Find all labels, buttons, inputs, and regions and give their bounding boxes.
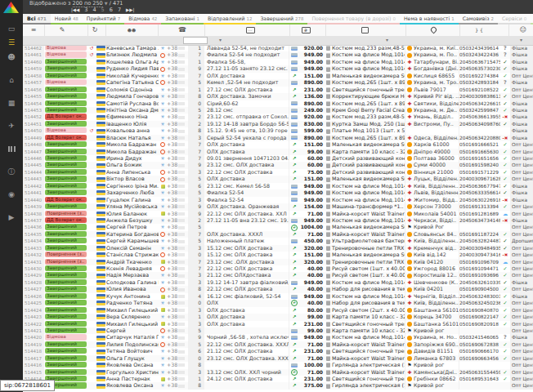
table-row[interactable]: 514416ЗавершенийЯковлева Оксана✳+388100.…: [23, 362, 533, 368]
contacts-icon[interactable]: ☻: [0, 51, 23, 64]
comment-column-icon[interactable]: ···: [242, 24, 258, 36]
history-column-icon[interactable]: ↻: [87, 24, 103, 36]
app-logo-icon[interactable]: [3, 2, 19, 13]
table-row[interactable]: 514443ЗавершенийВіктор Власов+385ОЛХ дос…: [23, 176, 533, 182]
table-row[interactable]: 514422ЗавершенийМихаил Гилецький+383ОЛХ …: [23, 321, 533, 327]
table-row[interactable]: 514413ЗавершенийЯковлева Оксана✳+388↗375…: [23, 382, 533, 389]
table-row[interactable]: 514430ЗавершенийКсенія Левадняя+38722.12…: [23, 265, 533, 272]
recall-icon: [87, 73, 96, 79]
tab-прийнятий[interactable]: Прийнятий7: [83, 14, 124, 24]
table-row[interactable]: 514458ЗавершенийНиколай Кучеренко✳+387ОЛ…: [23, 73, 533, 79]
status-column-icon[interactable]: ≡: [25, 24, 43, 36]
table-row[interactable]: 514462Відмова↺Каневська Тамара ..✳+381Ла…: [23, 45, 533, 51]
page-5-button[interactable]: 5: [101, 7, 105, 13]
watch-icon[interactable]: ◉: [0, 188, 23, 201]
table-row[interactable]: 514418ЗавершенийТетяна Войтович✳+38621.1…: [23, 348, 533, 354]
table-row[interactable]: 514421ЗавершенийСергей+38599.00Карта пам…: [23, 327, 533, 334]
manager-column-icon[interactable]: ☺: [515, 24, 531, 36]
table-row[interactable]: 514455ЗавершенийЛюдмила Гончарова✳+388ОЛ…: [23, 93, 533, 100]
page-6-button[interactable]: 6: [110, 7, 113, 13]
table-row[interactable]: 514454ЗавершенийСамотій Руслана Во..✳+38…: [23, 100, 533, 107]
table-row[interactable]: 514423ЗавершенийВера Скляренко✳+381ОЛХ д…: [23, 314, 533, 320]
page-4-button[interactable]: 4: [92, 7, 96, 13]
clients-column-icon[interactable]: ☻☻: [123, 24, 141, 36]
table-row[interactable]: 514444ЗавершенийАнна Липенська+38322.12 …: [23, 169, 533, 176]
last-page-button[interactable]: ▶▶|: [126, 7, 134, 12]
tab-всі[interactable]: Всі471: [23, 14, 51, 24]
table-row[interactable]: 514460ЗавершенийКошелева Ольга Ар..✳+381…: [23, 59, 533, 65]
chevron-down-icon[interactable]: ▼: [105, 1, 108, 6]
tab-нема-в-наявності[interactable]: Нема в наявності1: [400, 14, 459, 24]
table-row[interactable]: 514425ЗавершенийРадченко Тетяна✳+380ОЛХ₴…: [23, 300, 533, 306]
table-row[interactable]: 514428ЗавершенийСолодкова Галина В..✳+38…: [23, 279, 533, 286]
table-row[interactable]: 514451ЗавершенийІващенко Юлія✳+38219.12 …: [23, 121, 533, 127]
filter-dropdown-icon[interactable]: ▾: [386, 37, 388, 42]
table-row[interactable]: 514429ЗавершенийНадія Мерзаєва✳+38321.12…: [23, 272, 533, 278]
table-row[interactable]: 514442ЗавершенийСергіенко Іріна Ми..+386…: [23, 183, 533, 189]
page-3-button[interactable]: 3: [84, 7, 87, 13]
table-row[interactable]: 514424ЗавершенийМихаил Гилецький+383ОЛХ …: [23, 307, 533, 314]
screen-icon[interactable]: ▭: [0, 22, 23, 35]
campaigns-icon[interactable]: ✈: [0, 119, 23, 132]
table-row[interactable]: 514435ЗавершенийКатерина Богданова+387ОЛ…: [23, 231, 533, 238]
table-row[interactable]: 514457ВідмоваСапегіна Татьяна С..+385Кем…: [23, 79, 533, 86]
order-comment: ОЛХ доставка: [204, 307, 289, 314]
page-7-button[interactable]: 7: [118, 7, 121, 13]
table-row[interactable]: 514438Повернення (з..Юлия Баланюк+38922.…: [23, 211, 533, 217]
table-row[interactable]: 514453ЗавершенийНікітіна Оксана Дми..✳+3…: [23, 107, 533, 114]
table-row[interactable]: 514448ЗавершенийМикола Бадражан+387ОЛХ д…: [23, 141, 533, 148]
table-row[interactable]: 514415ЗавершенийГоргулько Христина..✳+38…: [23, 369, 533, 376]
address-column-icon[interactable]: [425, 24, 441, 36]
company-icon[interactable]: ⌂: [0, 74, 23, 87]
table-row[interactable]: 514459ЗавершенийРуденко Лидия Пав..+3892…: [23, 65, 533, 72]
table-row[interactable]: 514450Відмова↺Ковальова анна✳+38815.12. …: [23, 127, 533, 134]
tab-повернення-товару-в-дорозі-[interactable]: Повернення товару (в дорозі)0: [307, 14, 400, 24]
table-row[interactable]: 514417ЗавершенийОльга Глущук✳+38023.12 с…: [23, 355, 533, 362]
table-row[interactable]: 514434ЗавершенийСергей Карамышев✳+385Нал…: [23, 238, 533, 244]
table-row[interactable]: 514449ДД Возврат ок..Власюк Наталья✳+383…: [23, 135, 533, 141]
tab-новий[interactable]: Новий48: [51, 14, 83, 24]
table-row[interactable]: 514447ЗавершенийМикола Бадражан+387ОЛХ д…: [23, 149, 533, 155]
table-row[interactable]: 514452ДД Возврат ок..Єфименко Ніна✳+3822…: [23, 114, 533, 120]
tab-запаковані[interactable]: Запаковані1: [161, 14, 204, 24]
tab-відмова[interactable]: Відмова42: [124, 14, 161, 24]
payment-column-icon[interactable]: ₴: [298, 24, 314, 36]
table-row[interactable]: 514420ВідмоваСитарчук Наталія Гр..✳+389Ч…: [23, 334, 533, 341]
table-row[interactable]: 514419ЗавершенийЛилия Подолинская+38522.…: [23, 341, 533, 348]
table-row[interactable]: 514431Повернення (з..Андрій Ткаченко+387…: [23, 259, 533, 265]
products-column-icon[interactable]: [356, 24, 373, 36]
delivery-service-icon: [405, 107, 414, 114]
table-row[interactable]: 514439ЗавершенийУляна Мусійовська✳+389ОЛ…: [23, 203, 533, 210]
table-row[interactable]: 514445ЗавершенийОльга Божик✳+38923.12 см…: [23, 162, 533, 168]
table-row[interactable]: 514436ЗавершенийСергей Петров✳+385₴1004.…: [23, 224, 533, 230]
info-icon[interactable]: ⓘ: [0, 165, 23, 178]
table-row[interactable]: 514446ЗавершенийИрина Дидух✳+38709.01 зв…: [23, 155, 533, 162]
filter-input[interactable]: [183, 37, 208, 44]
filter-dropdown-icon[interactable]: ▾: [520, 37, 522, 42]
phone-column-icon[interactable]: ☎: [174, 24, 190, 36]
table-row[interactable]: 514433ЗавершенийОлексій Семанін✳+38315.1…: [23, 245, 533, 252]
note-column-icon[interactable]: ✎: [54, 24, 70, 36]
video-icon[interactable]: ▶: [0, 211, 23, 224]
delivered-check-icon: ✓: [503, 286, 507, 292]
tab-відправлений[interactable]: Відправлений12: [204, 14, 256, 24]
filter-dropdown-icon[interactable]: ▾: [219, 37, 222, 42]
table-row[interactable]: 514441ЗавершенийЗахарченко Люба✳+385Фиал…: [23, 189, 533, 196]
first-page-button[interactable]: |◀◀: [71, 7, 79, 12]
table-row[interactable]: 514427ЗавершенийЮлия Иванова+38822.12 см…: [23, 286, 533, 292]
table-row[interactable]: 514432Повернення (з..Станіслав Стрижак+3…: [23, 252, 533, 258]
table-row[interactable]: 514461Відмова↺Близнюк Людмила ..+387Фиал…: [23, 51, 533, 58]
tab-сервіси[interactable]: Сервіси0: [498, 14, 531, 24]
table-row[interactable]: 514426ЗавершенийКучук Антонина+38416.12 …: [23, 293, 533, 300]
tab-завершений[interactable]: Завершений278: [256, 14, 307, 24]
cart-icon[interactable]: ▦: [0, 96, 23, 109]
table-row[interactable]: 514437ДД Возврат ок..Анжела Безушку✳+382…: [23, 217, 533, 224]
sms-status-icon: [289, 293, 299, 300]
table-row[interactable]: 514414ЗавершенийАнна Пастернак+38124.12 …: [23, 376, 533, 382]
orders-icon[interactable]: ☰: [0, 36, 23, 49]
table-row[interactable]: 514456ЗавершенийСоломія Сідоніна✳+38127.…: [23, 87, 533, 93]
stats-icon[interactable]: [0, 142, 23, 155]
tracking-column-icon[interactable]: } {: [471, 24, 487, 36]
tab-самовивіз[interactable]: Самовивіз2: [459, 14, 498, 24]
table-row[interactable]: 514440ДД Возврат ок..Гуцалюк Галина✳+383…: [23, 197, 533, 203]
